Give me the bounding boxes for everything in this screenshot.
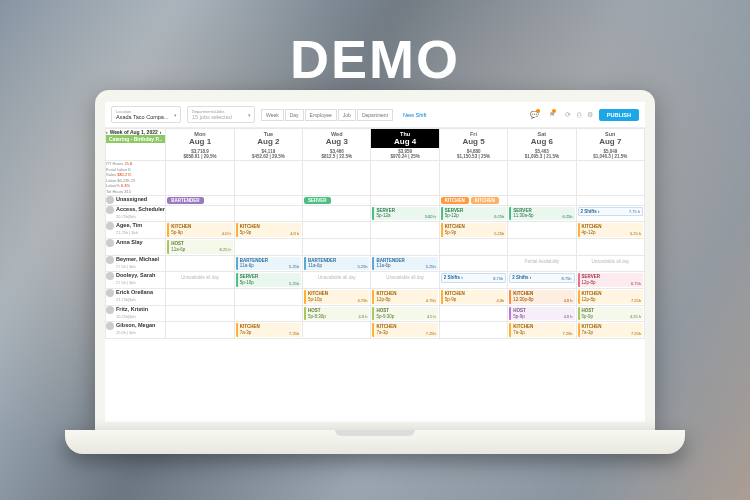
day-header[interactable]: SatAug 6$5,463$1,095.3 | 21.5% [508, 129, 576, 161]
day-header[interactable]: MonAug 1$3,718.9$858.61 | 29.5% [166, 129, 234, 161]
employee-cell[interactable]: Agee, Tim21.25h | $xh [106, 222, 166, 239]
shift-block[interactable]: 2 Shifts ›8.75h [509, 273, 574, 283]
flag-icon[interactable]: ⚑ [549, 111, 559, 119]
tab-week[interactable]: Week [261, 109, 284, 121]
hero-text: DEMO [0, 28, 750, 90]
shift-block[interactable]: KITCHEN7a-3p7.25h [578, 323, 643, 337]
shift-block[interactable]: KITCHEN5p-9p5.25h [441, 223, 506, 237]
unavailable-text: Unavailable all day [577, 256, 644, 267]
shift-block[interactable]: 2 Shifts ›8.75h [441, 273, 506, 283]
employee-cell[interactable]: Dooleyy, Sarah27.5h | $xh [106, 272, 166, 289]
shift-block[interactable]: KITCHEN7a-3p7.25h [372, 323, 437, 337]
role-tag[interactable]: SERVER [304, 197, 330, 204]
shift-block[interactable]: KITCHEN5p-9p4.0 h [167, 223, 232, 237]
shift-block[interactable]: HOST5p-9:30p4.5 h [372, 307, 437, 321]
laptop-mockup: Location Asada Taco Compa... Departments… [95, 90, 655, 454]
avatar [106, 206, 114, 214]
shift-block[interactable]: KITCHEN7a-3p7.25h [509, 323, 574, 337]
dept-select[interactable]: Departments/Jobs 15 jobs selected [187, 106, 255, 123]
stats-panel: OT Hours 25.8Fcstd Labor 0Sales $30,272L… [106, 161, 166, 196]
avatar [106, 222, 114, 230]
tab-department[interactable]: Department [357, 109, 393, 121]
employee-cell[interactable]: Anna Slay [106, 238, 166, 255]
day-header[interactable]: WedAug 3$3,466$812.5 | 22.5% [303, 129, 371, 161]
shift-block[interactable]: BARTENDER11a-6p5.25h [372, 257, 437, 271]
chat-icon[interactable]: 💬 [530, 111, 543, 119]
shift-block[interactable]: SERVER12p-8p6.75h [578, 273, 643, 287]
shift-block[interactable]: KITCHEN5p-9p4.0 h [236, 223, 301, 237]
laptop-base [65, 430, 685, 454]
shift-block[interactable]: SERVER5p-12p6:25h [441, 207, 506, 221]
shift-block[interactable]: KITCHEN12p-8p7.25h [578, 290, 643, 304]
shift-block[interactable]: 2 Shifts ›7.75 h [578, 207, 643, 217]
unassigned-row: Unassigned [106, 195, 166, 205]
day-header[interactable]: SunAug 7$5,049$1,046.3 | 21.5% [576, 129, 644, 161]
unavailable-text: Unavailable all day [166, 272, 233, 283]
shift-block[interactable]: HOST5p-8:30p4.0 h [304, 307, 369, 321]
avatar [106, 256, 114, 264]
app-screen: Location Asada Taco Compa... Departments… [105, 102, 645, 422]
avatar [106, 306, 114, 314]
tab-day[interactable]: Day [285, 109, 304, 121]
gear-icon[interactable]: ⚙ [587, 111, 593, 119]
day-header[interactable]: FriAug 5$4,880$1,150.53 | 25% [439, 129, 507, 161]
new-shift-link[interactable]: New Shift [403, 112, 427, 118]
shift-block[interactable]: KITCHEN12:30p-8p4.0 h [509, 290, 574, 304]
shift-block[interactable]: KITCHEN5p-10p4.75h [304, 290, 369, 304]
schedule-grid: ‹Week of Aug 1, 2022›Catering - Birthday… [105, 128, 645, 339]
shift-block[interactable]: KITCHEN4p-12p5.25 h [578, 223, 643, 237]
role-tag[interactable]: KITCHEN [471, 197, 499, 204]
shift-block[interactable]: KITCHEN5p-9p4.0h [441, 290, 506, 304]
print-icon[interactable]: ⎙ [577, 111, 581, 118]
tab-job[interactable]: Job [338, 109, 356, 121]
tab-employee[interactable]: Employee [305, 109, 337, 121]
shift-block[interactable]: HOST11a-6p8.25 h [167, 240, 232, 254]
avatar [106, 239, 114, 247]
shift-block[interactable]: SERVER5p-10p5.25h [236, 273, 301, 287]
shift-block[interactable]: BARTENDER11a-6p5.25h [304, 257, 369, 271]
publish-button[interactable]: PUBLISH [599, 109, 639, 121]
refresh-icon[interactable]: ⟳ [565, 111, 571, 119]
employee-cell[interactable]: Gibson, Megan25.0h | $xh [106, 322, 166, 339]
avatar [106, 322, 114, 330]
employee-cell[interactable]: Erick Orellana21.75h|$xh [106, 289, 166, 306]
shift-block[interactable]: HOST5p-9p4.25 h [578, 307, 643, 321]
employee-cell[interactable]: Access, Scheduler20.75h|$xh [106, 205, 166, 222]
role-tag[interactable]: BARTENDER [167, 197, 203, 204]
avatar [106, 272, 114, 280]
role-tag[interactable]: KITCHEN [441, 197, 469, 204]
unavailable-text: Partial Availability [508, 256, 575, 267]
avatar [106, 289, 114, 297]
day-header[interactable]: TueAug 2$4,119$452.62 | 29.5% [234, 129, 302, 161]
shift-block[interactable]: KITCHEN7a-3p7.25h [236, 323, 301, 337]
shift-block[interactable]: SERVER5p-12a5:00 h [372, 207, 437, 221]
location-select[interactable]: Location Asada Taco Compa... [111, 106, 181, 123]
event-tag[interactable]: Catering - Birthday P... [106, 135, 165, 143]
unavailable-text: Unavailable all day [371, 272, 438, 283]
employee-cell[interactable]: Fritz, Kristin10.25h|$xh [106, 305, 166, 322]
day-header[interactable]: ThuAug 4$3,959$970.24 | 25% [371, 129, 439, 161]
shift-block[interactable]: BARTENDER11a-6p5.25h [236, 257, 301, 271]
unavailable-text: Unavailable all day [303, 272, 370, 283]
week-nav[interactable]: ‹Week of Aug 1, 2022›Catering - Birthday… [106, 129, 166, 161]
shift-block[interactable]: KITCHEN12p-8p4.75h [372, 290, 437, 304]
employee-cell[interactable]: Beymer, Michael27.5h | $xh [106, 255, 166, 272]
toolbar: Location Asada Taco Compa... Departments… [105, 102, 645, 128]
shift-block[interactable]: SERVER11:30a-8p6:25h [509, 207, 574, 221]
shift-block[interactable]: HOST5p-9p4.0 h [509, 307, 574, 321]
view-tabs: Week Day Employee Job Department [261, 109, 393, 121]
